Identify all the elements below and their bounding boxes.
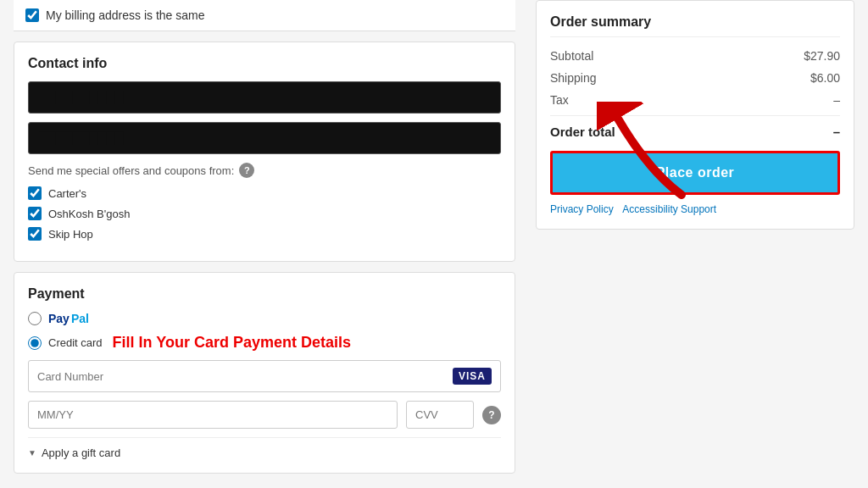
order-total-value: – (833, 125, 840, 139)
tax-row: Tax – (550, 93, 840, 107)
payment-title: Payment (28, 286, 501, 302)
special-offers-label: Send me special offers and coupons from: (28, 164, 234, 177)
gift-card-label: Apply a gift card (42, 446, 120, 459)
brand-checkbox-oshkosh: OshKosh B'gosh (28, 207, 501, 220)
oshkosh-label: OshKosh B'gosh (48, 208, 130, 220)
order-summary-card: Order summary Subtotal $27.90 Shipping $… (536, 0, 854, 230)
order-summary-title: Order summary (550, 14, 840, 37)
shipping-value: $6.00 (810, 71, 840, 85)
help-icon[interactable]: ? (239, 163, 254, 178)
oshkosh-checkbox[interactable] (28, 207, 42, 220)
contact-info-section: Contact info Send me special offers and … (14, 42, 515, 262)
paypal-logo: PayPal (48, 312, 89, 325)
expiry-cvv-row: ? (28, 401, 501, 429)
privacy-policy-link[interactable]: Privacy Policy (550, 203, 614, 215)
fill-in-text: Fill In Your Card Payment Details (113, 334, 351, 352)
contact-field-2[interactable] (28, 122, 501, 154)
subtotal-row: Subtotal $27.90 (550, 49, 840, 63)
order-total-label: Order total (550, 125, 615, 139)
subtotal-label: Subtotal (550, 49, 593, 63)
carters-checkbox[interactable] (28, 186, 42, 200)
special-offers-row: Send me special offers and coupons from:… (28, 163, 501, 178)
visa-badge: VISA (453, 368, 492, 385)
paypal-option: PayPal (28, 312, 501, 325)
card-fields: VISA ? (28, 360, 501, 429)
tax-label: Tax (550, 93, 569, 107)
payment-section: Payment PayPal Credit card Fill In Your … (14, 272, 515, 474)
cvv-help-icon[interactable]: ? (482, 406, 501, 424)
billing-address-label: My billing address is the same (46, 8, 205, 22)
card-number-field: VISA (28, 360, 501, 392)
gift-card-row[interactable]: ▼ Apply a gift card (28, 437, 501, 459)
credit-card-label: Credit card (48, 336, 103, 349)
contact-field-1[interactable] (28, 81, 501, 114)
footer-links: Privacy Policy Accessibility Support (550, 203, 840, 215)
place-order-button[interactable]: Place order (550, 151, 840, 195)
order-total-row: Order total – (550, 115, 840, 139)
paypal-radio[interactable] (28, 312, 42, 325)
tax-value: – (833, 93, 840, 107)
billing-address-checkbox[interactable] (25, 8, 39, 22)
credit-card-row: Credit card Fill In Your Card Payment De… (28, 334, 501, 352)
chevron-down-icon: ▼ (28, 448, 36, 458)
contact-info-title: Contact info (28, 56, 501, 71)
skiphop-label: Skip Hop (48, 228, 93, 241)
card-number-input[interactable] (37, 370, 446, 383)
brand-checkbox-carters: Carter's (28, 186, 501, 200)
credit-card-option: Credit card (28, 336, 103, 350)
accessibility-link[interactable]: Accessibility Support (622, 203, 716, 215)
shipping-row: Shipping $6.00 (550, 71, 840, 85)
brand-checkbox-skiphop: Skip Hop (28, 227, 501, 241)
subtotal-value: $27.90 (804, 49, 840, 63)
credit-card-radio[interactable] (28, 336, 42, 350)
expiry-input[interactable] (28, 401, 398, 429)
carters-label: Carter's (48, 187, 86, 200)
billing-address-bar: My billing address is the same (14, 0, 515, 31)
skiphop-checkbox[interactable] (28, 227, 42, 241)
shipping-label: Shipping (550, 71, 597, 85)
cvv-input[interactable] (406, 401, 474, 429)
